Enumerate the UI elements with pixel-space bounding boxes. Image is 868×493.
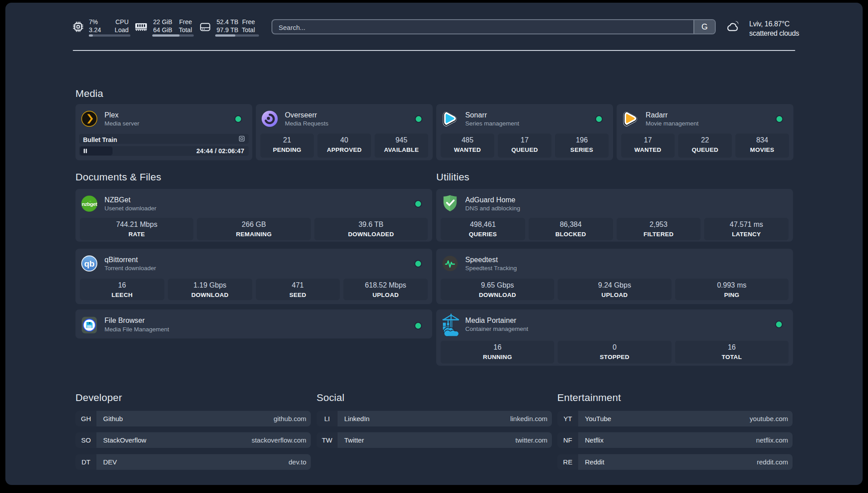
svg-text:qb: qb bbox=[84, 259, 94, 268]
svg-text:nzbget: nzbget bbox=[82, 201, 97, 207]
